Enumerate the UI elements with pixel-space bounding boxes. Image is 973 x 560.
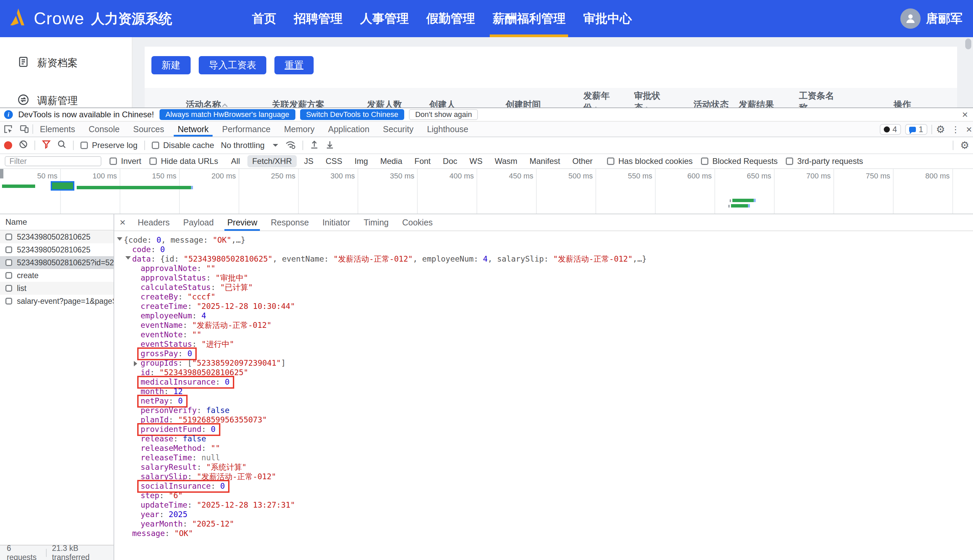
request-row[interactable]: list <box>0 282 113 295</box>
request-row[interactable]: salary-event?page=1&pageS... <box>0 295 113 308</box>
tab-elements[interactable]: Elements <box>33 122 82 137</box>
column-header-发薪结果[interactable]: 发薪结果 <box>739 99 774 107</box>
filter-type-font[interactable]: Font <box>410 155 435 167</box>
devtools-close-icon[interactable]: × <box>966 124 972 135</box>
timeline-handle[interactable] <box>0 169 3 178</box>
column-header-发薪年[interactable]: 发薪年份 <box>583 90 610 107</box>
throttling-select[interactable]: No throttling <box>221 141 278 150</box>
request-row[interactable]: 52343980502810625 <box>0 243 113 256</box>
detail-close-icon[interactable]: × <box>114 217 131 227</box>
clear-icon[interactable] <box>19 140 28 151</box>
filter-type-css[interactable]: CSS <box>321 155 347 167</box>
tab-memory[interactable]: Memory <box>277 122 321 137</box>
column-header-创建人[interactable]: 创建人 <box>429 99 456 107</box>
filter-icon[interactable] <box>42 140 51 151</box>
nav-item-人事管理[interactable]: 人事管理 <box>360 0 408 37</box>
tab-performance[interactable]: Performance <box>215 122 277 137</box>
banner-button[interactable]: Don't show again <box>409 109 478 120</box>
nav-item-招聘管理[interactable]: 招聘管理 <box>294 0 342 37</box>
banner-button[interactable]: Switch DevTools to Chinese <box>300 109 405 120</box>
request-row[interactable]: 52343980502810625?id=523... <box>0 256 113 269</box>
expand-arrow-down-icon[interactable] <box>117 235 124 245</box>
waterfall-bar[interactable] <box>732 199 754 202</box>
nav-item-假勤管理[interactable]: 假勤管理 <box>426 0 475 37</box>
column-header-操作[interactable]: 操作 <box>893 99 911 107</box>
user-menu[interactable]: 唐郦军 <box>900 8 973 29</box>
filter-type-ws[interactable]: WS <box>465 155 487 167</box>
detail-tab-initiator[interactable]: Initiator <box>316 214 357 231</box>
column-header-活动状态[interactable]: 活动状态 <box>693 99 729 107</box>
device-toolbar-icon[interactable] <box>16 122 32 137</box>
nav-item-审批中心[interactable]: 审批中心 <box>583 0 631 37</box>
column-header-发薪人数[interactable]: 发薪人数 <box>367 99 402 107</box>
column-header-活动名称[interactable]: 活动名称 <box>186 99 228 107</box>
sidebar-item-薪资档案[interactable]: 薪资档案 <box>0 49 132 77</box>
filter-type-img[interactable]: Img <box>350 155 373 167</box>
filter-extra-3rd-party-requests[interactable]: 3rd-party requests <box>786 157 863 166</box>
button-新建[interactable]: 新建 <box>152 56 191 74</box>
banner-close-icon[interactable]: × <box>962 110 968 120</box>
network-overview-timeline[interactable]: 50 ms100 ms150 ms200 ms250 ms300 ms350 m… <box>0 169 973 214</box>
json-line[interactable]: {code: 0, message: "OK",…} <box>114 235 973 245</box>
tab-application[interactable]: Application <box>322 122 376 137</box>
nav-item-薪酬福利管理[interactable]: 薪酬福利管理 <box>492 0 565 37</box>
hide-data-urls-checkbox[interactable]: Hide data URLs <box>149 157 218 166</box>
detail-tab-cookies[interactable]: Cookies <box>395 214 439 231</box>
sidebar-item-调薪管理[interactable]: 调薪管理 <box>0 87 132 107</box>
waterfall-bar[interactable] <box>2 185 35 188</box>
filter-input[interactable] <box>5 156 102 166</box>
tab-lighthouse[interactable]: Lighthouse <box>420 122 475 137</box>
issues-count-badge[interactable]: 1 <box>905 124 927 135</box>
tab-sources[interactable]: Sources <box>127 122 171 137</box>
filter-type-manifest[interactable]: Manifest <box>525 155 565 167</box>
row-checkbox[interactable] <box>5 247 12 253</box>
export-har-icon[interactable] <box>325 140 334 151</box>
disable-cache-checkbox[interactable]: Disable cache <box>152 141 214 150</box>
expand-arrow-right-icon[interactable] <box>134 358 141 368</box>
tab-console[interactable]: Console <box>82 122 127 137</box>
row-checkbox[interactable] <box>5 259 12 266</box>
row-checkbox[interactable] <box>5 285 12 292</box>
filter-type-doc[interactable]: Doc <box>438 155 462 167</box>
record-button[interactable] <box>4 141 12 149</box>
devtools-menu-icon[interactable]: ⋮ <box>949 124 962 135</box>
detail-tab-headers[interactable]: Headers <box>131 214 177 231</box>
request-list-header[interactable]: Name <box>0 214 113 230</box>
filter-type-wasm[interactable]: Wasm <box>490 155 522 167</box>
detail-tab-preview[interactable]: Preview <box>220 214 264 231</box>
detail-tab-timing[interactable]: Timing <box>357 214 395 231</box>
column-header-审批状[interactable]: 审批状态 <box>634 90 660 107</box>
banner-button[interactable]: Always match HwBrowser's language <box>160 109 295 120</box>
filter-type-other[interactable]: Other <box>567 155 597 167</box>
invert-checkbox[interactable]: Invert <box>110 157 141 166</box>
filter-type-js[interactable]: JS <box>300 155 318 167</box>
waterfall-bar[interactable] <box>731 204 748 208</box>
preserve-log-checkbox[interactable]: Preserve log <box>80 141 138 150</box>
button-导入工资表[interactable]: 导入工资表 <box>199 56 266 74</box>
waterfall-bar-selected[interactable] <box>51 181 74 191</box>
button-重置[interactable]: 重置 <box>275 56 314 74</box>
filter-extra-blocked-requests[interactable]: Blocked Requests <box>701 157 778 166</box>
request-row[interactable]: create <box>0 269 113 282</box>
page-scrollbar[interactable] <box>965 38 971 49</box>
row-checkbox[interactable] <box>5 272 12 279</box>
tab-security[interactable]: Security <box>376 122 420 137</box>
row-checkbox[interactable] <box>5 298 12 305</box>
column-header-关联发薪方案[interactable]: 关联发薪方案 <box>272 99 325 107</box>
detail-tab-payload[interactable]: Payload <box>177 214 220 231</box>
devtools-settings-icon[interactable]: ⚙ <box>936 124 945 135</box>
column-header-工资条名[interactable]: 工资条名称 <box>799 90 834 107</box>
row-checkbox[interactable] <box>5 233 12 240</box>
error-count-badge[interactable]: 4 <box>880 124 901 135</box>
filter-type-media[interactable]: Media <box>375 155 407 167</box>
request-row[interactable]: 52343980502810625 <box>0 230 113 243</box>
column-header-创建时间[interactable]: 创建时间 <box>506 99 541 107</box>
network-conditions-icon[interactable] <box>285 140 296 151</box>
expand-arrow-down-icon[interactable] <box>125 254 132 263</box>
nav-item-首页[interactable]: 首页 <box>252 0 276 37</box>
inspect-element-icon[interactable] <box>0 122 16 137</box>
json-line[interactable]: data: {id: "52343980502810625", eventNam… <box>114 254 973 263</box>
filter-extra-has-blocked-cookies[interactable]: Has blocked cookies <box>607 157 693 166</box>
waterfall-bar[interactable] <box>77 186 191 189</box>
search-icon[interactable] <box>57 140 66 151</box>
